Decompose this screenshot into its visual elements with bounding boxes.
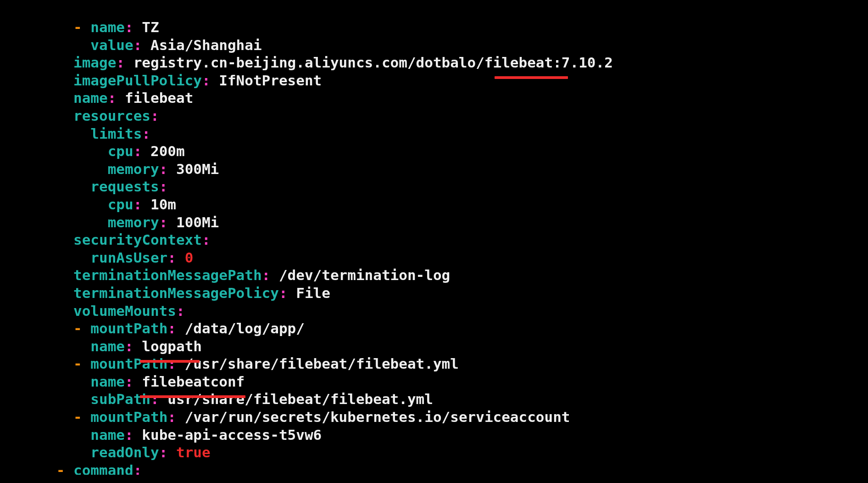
colon-icon: : [150, 391, 159, 407]
dash-icon: - [73, 409, 82, 425]
annotation-underline-logpath [140, 360, 200, 363]
yaml-value: logpath [142, 338, 202, 354]
yaml-key-command: command [73, 462, 134, 475]
yaml-key-mountpath: mountPath [90, 320, 167, 337]
dash-icon: - [73, 355, 82, 372]
yaml-value: Asia/Shanghai [150, 37, 262, 53]
dash-icon: - [73, 320, 82, 337]
yaml-value: /usr/share/filebeat/filebeat.yml [185, 355, 459, 372]
yaml-value: /data/log/app/ [185, 320, 305, 337]
yaml-key-terminationmessagepolicy: terminationMessagePolicy [73, 285, 279, 301]
colon-icon: : [134, 462, 142, 475]
yaml-key-subpath: subPath [90, 391, 150, 407]
yaml-key-imagepullpolicy: imagePullPolicy [73, 72, 202, 89]
colon-icon: : [167, 320, 176, 337]
yaml-key-terminationmessagepath: terminationMessagePath [73, 267, 262, 283]
yaml-value: IfNotPresent [219, 72, 322, 89]
yaml-value: /dev/termination-log [279, 267, 450, 283]
yaml-key-image: image [73, 54, 116, 71]
yaml-value: /var/run/secrets/kubernetes.io/serviceac… [185, 409, 570, 425]
yaml-value: 10m [150, 196, 176, 213]
dash-icon: - [56, 462, 65, 475]
yaml-key-requests: requests [90, 178, 159, 195]
colon-icon: : [167, 409, 176, 425]
yaml-key-name: name [73, 90, 108, 106]
colon-icon: : [262, 267, 271, 283]
yaml-key-runasuser: runAsUser [90, 249, 167, 266]
yaml-value: registry.cn-beijing.aliyuncs.com/dotbalo… [134, 54, 613, 71]
yaml-key-name: name [90, 19, 125, 35]
yaml-value: 0 [185, 249, 194, 266]
yaml-key-mountpath: mountPath [90, 409, 167, 425]
yaml-key-name: name [90, 427, 125, 443]
annotation-underline-image-tag [495, 76, 568, 79]
dash-icon: - [73, 19, 82, 35]
colon-icon: : [116, 54, 125, 71]
yaml-value: File [296, 285, 330, 301]
annotation-underline-filebeatconf [140, 395, 245, 398]
yaml-value: 300Mi [176, 161, 219, 177]
colon-icon: : [159, 214, 168, 230]
yaml-key-resources: resources [73, 107, 150, 124]
yaml-value: 200m [150, 143, 185, 159]
colon-icon: : [134, 143, 142, 159]
colon-icon: : [279, 285, 288, 301]
yaml-value: true [176, 444, 211, 461]
yaml-key-cpu: cpu [108, 196, 134, 213]
colon-icon: : [202, 231, 211, 248]
yaml-value: 100Mi [176, 214, 219, 230]
yaml-value: TZ [142, 19, 159, 35]
colon-icon: : [125, 427, 134, 443]
yaml-value: filebeatconf [142, 373, 245, 390]
colon-icon: : [134, 37, 142, 53]
yaml-key-securitycontext: securityContext [73, 231, 202, 248]
yaml-code-block: - name: TZ value: Asia/Shanghai image: r… [22, 18, 613, 475]
yaml-key-name: name [90, 373, 125, 390]
yaml-key-memory: memory [108, 214, 159, 230]
colon-icon: : [108, 90, 117, 106]
yaml-value: usr/share/filebeat/filebeat.yml [167, 391, 433, 407]
yaml-key-volumemounts: volumeMounts [73, 303, 176, 319]
colon-icon: : [176, 303, 185, 319]
yaml-key-readonly: readOnly [90, 444, 159, 461]
code-frame: - name: TZ value: Asia/Shanghai image: r… [8, 8, 860, 475]
colon-icon: : [159, 161, 168, 177]
colon-icon: : [150, 107, 159, 124]
colon-icon: : [125, 338, 134, 354]
colon-icon: : [125, 19, 134, 35]
colon-icon: : [134, 196, 142, 213]
colon-icon: : [167, 355, 176, 372]
yaml-key-limits: limits [90, 125, 142, 142]
yaml-key-name: name [90, 338, 125, 354]
colon-icon: : [167, 249, 176, 266]
colon-icon: : [125, 373, 134, 390]
colon-icon: : [142, 125, 150, 142]
colon-icon: : [159, 178, 168, 195]
yaml-value: kube-api-access-t5vw6 [142, 427, 322, 443]
yaml-key-cpu: cpu [108, 143, 134, 159]
yaml-value: filebeat [125, 90, 193, 106]
colon-icon: : [202, 72, 211, 89]
yaml-key-value: value [90, 37, 133, 53]
yaml-key-mountpath: mountPath [90, 355, 167, 372]
yaml-key-memory: memory [108, 161, 159, 177]
colon-icon: : [159, 444, 168, 461]
